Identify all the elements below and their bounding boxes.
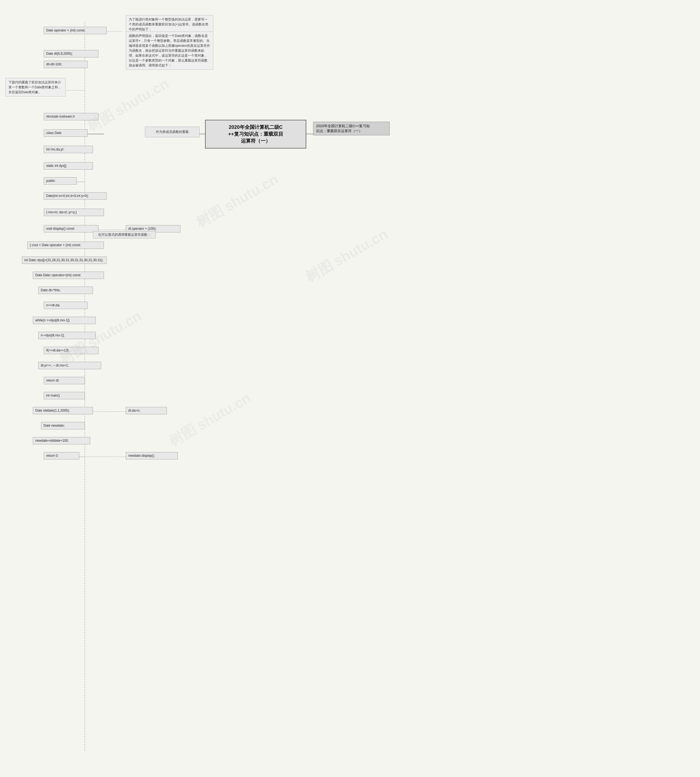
node-n19-text: n-=dys[dt.mo-1];: [41, 333, 65, 337]
node-return-dt: return dt;: [44, 377, 85, 384]
node-n29-text: newdate.display();: [128, 454, 155, 458]
node-n1-text: Date operator + (int) const;: [46, 28, 85, 32]
diagram-container: 为了能进行类对象和一个整型值的加法运算，需要写一个类的成员函数来重载双目加法(+…: [0, 0, 700, 777]
node-n25-text: dt.da=n;: [128, 409, 140, 412]
node-n11-text: void display() const: [46, 227, 74, 230]
node-dt-yr-mo: dt.yr++; -- dt.mo=1;: [38, 362, 101, 369]
node-while-loop: while(n >=dys[dt.mo-1]): [33, 317, 96, 324]
node-n-add-da: n+=dt.da;: [44, 302, 88, 309]
node-n9-text: Date(int m=0,int d=0,int y=0);: [46, 194, 88, 198]
node-n5-text: class Date: [46, 131, 62, 135]
watermark-5: 树图 shutu.cn: [165, 388, 254, 451]
watermark-2: 树图 shutu.cn: [193, 170, 282, 232]
center-node-text: 2020年全国计算机二级C ++复习知识点：重载双目 运算符（一）: [228, 124, 283, 145]
label2-text: 也可以显式的调用重载运算符函数：: [98, 233, 151, 237]
node-cout-operator: { cout < Date operator + (int) const;: [27, 242, 104, 249]
node-if-dt-da: if(++dt.da==13): [44, 347, 98, 354]
connector-lines: [0, 0, 700, 777]
node-date-dt-this: Date dt=*this;: [38, 287, 93, 294]
node-int-main: int main(): [44, 392, 85, 399]
node-dt-da-n: dt.da=n;: [126, 407, 167, 414]
node-constructor-body: { mo=m; da=d; yr=y;}: [44, 209, 104, 216]
node-olddate: Date olddate(1,1,2005);: [33, 407, 93, 414]
node-date-operator-decl: Date operator + (int) const;: [44, 27, 107, 34]
node-n13-text: { cout < Date operator + (int) const;: [30, 243, 81, 247]
node-static-dys: static int dys[];: [44, 162, 93, 170]
node-public: public:: [44, 177, 77, 185]
node-int-mo-da-yr: int mo,da,yr;: [44, 146, 93, 153]
right-node-text: 2020年全国计算机二级C++复习知 识点：重载双目运算符（一）: [316, 124, 370, 133]
node-n8-text: public:: [46, 179, 56, 183]
node-void-display: void display() const: [44, 225, 98, 232]
node-class-date: class Date: [44, 129, 88, 137]
node-n21-text: dt.yr++; -- dt.mo=1;: [41, 363, 68, 367]
comment1-text: 为了能进行类对象和一个整型值的加法运算，需要写一个类的成员函数来重载双目加法(+…: [129, 18, 208, 31]
node-newdate-display: newdate.display();: [126, 452, 178, 460]
node-newdate-assign: newdate=olddate+100;: [33, 437, 90, 444]
node-n20-text: if(++dt.da==13): [46, 348, 68, 352]
label-member-overload: 作为类成员函数的重载: [145, 127, 200, 137]
node-n24-text: Date olddate(1,1,2005);: [35, 409, 70, 412]
node-n16-text: Date dt=*this;: [41, 288, 60, 292]
node-n10-text: { mo=m; da=d; yr=y;}: [46, 210, 77, 214]
node-n3-text: dt=dt+100;: [46, 62, 62, 66]
node-n22-text: return dt;: [46, 378, 59, 382]
label-node-text: 作为类成员函数的重载: [156, 130, 189, 134]
comment3-text: 下面代码重载了双目加法运算符来计算一个整数和一个Date类对象之和，并且返回Da…: [8, 80, 61, 94]
node-n12-text: dt.operator + (100);: [128, 227, 157, 230]
node-date-dt: Date dt(6,9,2005);: [44, 50, 98, 57]
comment2-text: 函数的声明指出，返回值是一个Date类对象，函数名是运算符+，只有一个整型参数。…: [129, 34, 210, 67]
node-n26-text: Date newdate;: [43, 424, 65, 427]
node-n23-text: int main(): [46, 394, 60, 397]
node-n14-text: int Date::dys[]={31,28,31,30,31,30,31,31…: [24, 258, 103, 262]
node-return-0: return 0;: [44, 452, 79, 460]
comment-code-intro: 下面代码重载了双目加法运算符来计算一个整数和一个Date类对象之和，并且返回Da…: [5, 78, 66, 97]
comment-function-desc: 函数的声明指出，返回值是一个Date类对象，函数名是运算符+，只有一个整型参数。…: [126, 32, 213, 70]
node-n4-text: #include iostream.h: [46, 115, 75, 118]
watermark-3: 树图 shutu.cn: [302, 225, 391, 287]
node-include: #include iostream.h: [44, 113, 98, 120]
node-newdate-decl: Date newdate;: [41, 422, 85, 429]
node-n28-text: return 0;: [46, 454, 58, 458]
node-n15-text: Date Date::operator+(int) const: [35, 273, 80, 277]
comment-operator-intro: 为了能进行类对象和一个整型值的加法运算，需要写一个类的成员函数来重载双目加法(+…: [126, 15, 213, 33]
right-node: 2020年全国计算机二级C++复习知 识点：重载双目运算符（一）: [313, 122, 390, 135]
node-date-constructor: Date(int m=0,int d=0,int y=0);: [44, 192, 107, 200]
node-dt-add: dt=dt+100;: [44, 61, 88, 68]
node-n2-text: Date dt(6,9,2005);: [46, 52, 73, 55]
label-explicit-call: 也可以显式的调用重载运算符函数：: [93, 231, 156, 238]
center-node: 2020年全国计算机二级C ++复习知识点：重载双目 运算符（一）: [205, 120, 306, 148]
node-n18-text: while(n >=dys[dt.mo-1]): [35, 318, 70, 322]
node-dys-array: int Date::dys[]={31,28,31,30,31,30,31,31…: [22, 257, 107, 264]
node-date-operator-def: Date Date::operator+(int) const: [33, 272, 104, 279]
node-n6-text: int mo,da,yr;: [46, 147, 64, 151]
node-n27-text: newdate=olddate+100;: [35, 439, 68, 442]
node-n-sub-dys: n-=dys[dt.mo-1];: [38, 332, 96, 339]
node-n17-text: n+=dt.da;: [46, 303, 60, 307]
node-n7-text: static int dys[];: [46, 164, 67, 168]
